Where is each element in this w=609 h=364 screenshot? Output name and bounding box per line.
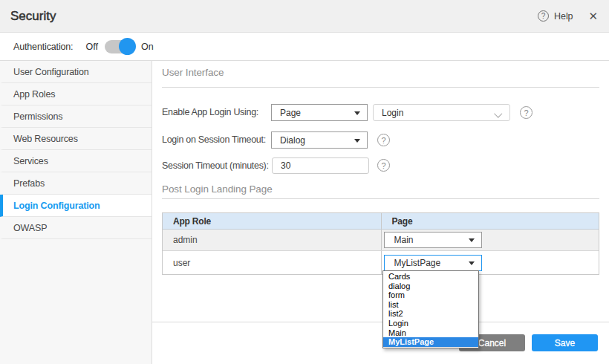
sidebar-item-login-configuration[interactable]: Login Configuration	[0, 195, 152, 217]
sidebar-item-web-resources[interactable]: Web Resources	[0, 128, 152, 150]
page-header: Security ? Help ✕	[0, 0, 609, 33]
page-dropdown-list: Cards dialog form list list2 Login Main …	[382, 270, 479, 348]
help-icon[interactable]: ?	[377, 159, 390, 172]
sidebar-item-user-configuration[interactable]: User Configuration	[0, 61, 152, 83]
enable-app-login-type-select[interactable]: Page	[271, 104, 368, 121]
session-timeout-label: Session Timeout (minutes):	[162, 160, 269, 171]
dropdown-option[interactable]: list2	[383, 309, 478, 319]
column-header-page: Page	[381, 213, 599, 229]
dropdown-option[interactable]: list	[383, 300, 478, 310]
divider	[162, 87, 599, 88]
sidebar: User Configuration App Roles Permissions…	[0, 61, 152, 364]
page-cell: Main	[381, 230, 599, 250]
dropdown-option[interactable]: Cards	[383, 272, 478, 282]
sidebar-item-prefabs[interactable]: Prefabs	[0, 172, 152, 195]
help-icon[interactable]: ?	[520, 106, 533, 119]
user-page-select[interactable]: MyListPage	[384, 255, 482, 271]
authentication-bar: Authentication: Off On	[0, 33, 609, 61]
dropdown-option[interactable]: dialog	[383, 282, 478, 291]
toggle-knob	[119, 38, 136, 55]
section-title-user-interface: User Interface	[162, 67, 224, 78]
toggle-off-label: Off	[85, 42, 97, 52]
post-login-table: App Role Page admin Main user MyListPage	[162, 212, 599, 275]
app-role-cell: user	[163, 251, 381, 274]
help-icon[interactable]: ?	[538, 10, 549, 22]
admin-page-select[interactable]: Main	[384, 232, 482, 248]
toggle-on-label: On	[141, 42, 154, 52]
sidebar-item-app-roles[interactable]: App Roles	[0, 83, 152, 105]
security-page: Security ? Help ✕ Authentication: Off On…	[0, 0, 609, 364]
enable-app-login-page-select[interactable]: Login	[373, 104, 510, 121]
save-button[interactable]: Save	[532, 334, 598, 351]
content-body: User Configuration App Roles Permissions…	[0, 61, 609, 364]
page-title: Security	[10, 9, 56, 24]
section-title-post-login: Post Login Landing Page	[162, 183, 273, 195]
session-timeout-input[interactable]: 30	[272, 157, 369, 174]
table-header-row: App Role Page	[163, 213, 599, 230]
help-link[interactable]: Help	[554, 11, 573, 22]
sidebar-item-services[interactable]: Services	[0, 150, 152, 172]
sidebar-item-permissions[interactable]: Permissions	[0, 105, 152, 128]
table-row-user: user MyListPage	[163, 251, 599, 274]
sidebar-item-owasp[interactable]: OWASP	[0, 217, 152, 239]
help-icon[interactable]: ?	[377, 134, 390, 146]
divider	[162, 198, 599, 199]
dropdown-option[interactable]: form	[383, 290, 478, 300]
table-row-admin: admin Main	[163, 230, 599, 251]
enable-app-login-label: Enable App Login Using:	[162, 107, 258, 117]
authentication-label: Authentication:	[13, 42, 73, 52]
footer-divider	[152, 322, 609, 322]
dropdown-option-selected[interactable]: MyListPage	[383, 337, 478, 347]
dropdown-option[interactable]: Login	[383, 319, 478, 328]
column-header-app-role: App Role	[163, 213, 381, 229]
dropdown-option[interactable]: Main	[383, 328, 478, 338]
app-role-cell: admin	[163, 230, 381, 250]
close-icon[interactable]: ✕	[588, 10, 598, 23]
login-on-timeout-label: Login on Session Timeout:	[162, 134, 266, 145]
login-on-timeout-select[interactable]: Dialog	[271, 131, 368, 149]
main-panel: User Interface Enable App Login Using: P…	[152, 61, 609, 364]
authentication-toggle[interactable]	[105, 40, 134, 53]
header-actions: ? Help ✕	[538, 10, 598, 23]
